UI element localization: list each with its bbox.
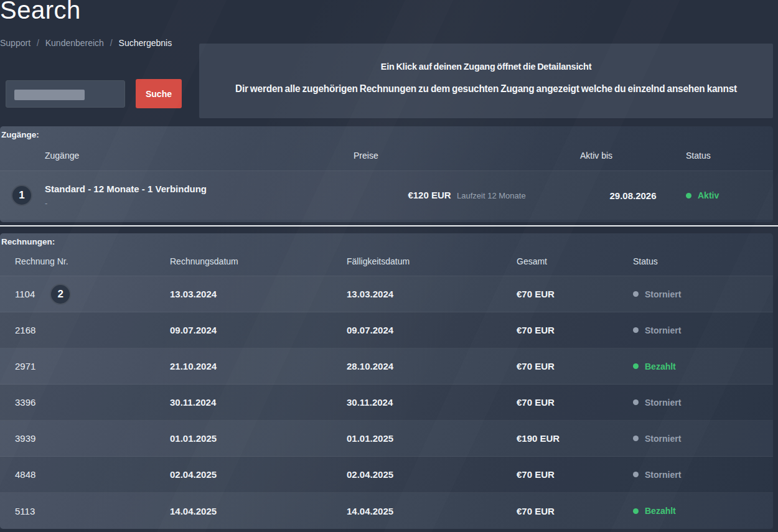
status-dot-icon	[633, 291, 639, 297]
invoice-date-cell: 21.10.2024	[170, 361, 347, 371]
invoices-table-header: Rechnung Nr. Rechnungsdatum Fälligkeitsd…	[0, 247, 773, 276]
invoice-due-date-cell: 28.10.2024	[347, 361, 517, 371]
invoices-col-invoice-date: Rechnungsdatum	[170, 256, 347, 266]
breadcrumb-item-current: Suchergebnis	[119, 38, 172, 48]
invoices-col-status: Status	[633, 256, 773, 266]
status-dot-icon	[633, 363, 639, 369]
access-active-until: 29.08.2026	[580, 190, 686, 201]
accesses-section-label: Zugänge:	[0, 126, 773, 140]
accesses-col-status: Status	[686, 151, 773, 161]
invoices-col-total: Gesamt	[517, 256, 633, 266]
invoice-number-cell: 3939	[15, 433, 170, 444]
invoice-number-cell: 5113	[15, 506, 170, 516]
invoice-date-cell: 13.03.2024	[170, 289, 347, 299]
invoice-date-cell: 30.11.2024	[170, 397, 347, 408]
breadcrumb-item-kundenbereich[interactable]: Kundenbereich	[45, 38, 104, 48]
invoice-total-cell: €70 EUR	[517, 289, 633, 299]
invoice-row[interactable]: 1104 2 13.03.2024 13.03.2024 €70 EUR Sto…	[0, 276, 773, 312]
access-price: €120 EUR	[408, 190, 451, 200]
step-marker-2: 2	[50, 284, 71, 305]
invoice-row[interactable]: 3939 01.01.2025 01.01.2025 €190 EUR Stor…	[0, 421, 773, 457]
invoices-table-body: 1104 2 13.03.2024 13.03.2024 €70 EUR Sto…	[0, 276, 773, 529]
search-button[interactable]: Suche	[136, 79, 182, 108]
breadcrumb-separator: /	[110, 38, 113, 48]
invoice-total-cell: €70 EUR	[517, 506, 633, 516]
access-price-note: Laufzeit 12 Monate	[457, 191, 526, 200]
info-banner-line1: Ein Klick auf deinen Zugang öffnet die D…	[210, 61, 761, 72]
accesses-col-active-until: Aktiv bis	[580, 151, 686, 161]
invoice-status-cell: Bezahlt	[633, 506, 773, 516]
status-dot-icon	[633, 436, 639, 441]
invoices-section-label: Rechnungen:	[0, 233, 773, 247]
invoices-col-number: Rechnung Nr.	[15, 256, 170, 266]
page-header: Search Support / Kundenbereich / Sucherg…	[0, 0, 778, 126]
invoice-row[interactable]: 3396 30.11.2024 30.11.2024 €70 EUR Storn…	[0, 385, 773, 421]
invoice-due-date-cell: 02.04.2025	[347, 469, 517, 480]
invoice-status-cell: Storniert	[633, 325, 773, 335]
invoice-status-cell: Storniert	[633, 434, 773, 444]
step-marker-1: 1	[11, 185, 32, 206]
info-banner-line2: Dir werden alle zugehörigen Rechnungen z…	[210, 83, 761, 95]
breadcrumb-separator: /	[37, 38, 39, 48]
status-dot-icon	[686, 193, 691, 198]
accesses-table-header: Zugänge Preise Aktiv bis Status	[0, 140, 773, 171]
search-input[interactable]	[6, 81, 124, 107]
accesses-col-price: Preise	[354, 151, 580, 161]
invoice-total-cell: €70 EUR	[517, 469, 633, 480]
accesses-col-name: Zugänge	[45, 151, 354, 161]
invoice-due-date-cell: 14.04.2025	[347, 506, 517, 516]
access-status: Aktiv	[686, 190, 773, 200]
invoices-panel: Rechnungen: Rechnung Nr. Rechnungsdatum …	[0, 233, 773, 529]
search-field-wrapper	[6, 80, 125, 108]
status-dot-icon	[633, 399, 639, 405]
breadcrumb: Support / Kundenbereich / Suchergebnis	[0, 38, 172, 48]
invoice-due-date-cell: 01.01.2025	[347, 433, 517, 444]
invoice-total-cell: €190 EUR	[517, 433, 633, 444]
invoice-date-cell: 01.01.2025	[170, 433, 347, 444]
invoice-total-cell: €70 EUR	[517, 325, 633, 335]
invoice-due-date-cell: 09.07.2024	[347, 325, 517, 335]
invoice-due-date-cell: 30.11.2024	[347, 397, 517, 408]
invoice-date-cell: 09.07.2024	[170, 325, 347, 335]
access-name: Standard - 12 Monate - 1 Verbindung	[45, 184, 354, 194]
access-price-cell: €120 EUR Laufzeit 12 Monate	[354, 190, 580, 201]
invoice-status-cell: Bezahlt	[633, 362, 773, 371]
invoice-total-cell: €70 EUR	[517, 361, 633, 371]
invoice-date-cell: 02.04.2025	[170, 469, 347, 480]
invoice-number-cell: 3396	[15, 397, 170, 408]
invoice-number-cell: 4848	[15, 469, 170, 480]
section-divider	[0, 225, 778, 226]
status-dot-icon	[633, 508, 639, 514]
invoice-row[interactable]: 2971 21.10.2024 28.10.2024 €70 EUR Bezah…	[0, 348, 773, 385]
invoice-row[interactable]: 2168 09.07.2024 09.07.2024 €70 EUR Storn…	[0, 312, 773, 348]
page-title: Search	[0, 0, 81, 24]
invoice-total-cell: €70 EUR	[517, 397, 633, 408]
invoice-number-cell: 2971	[15, 361, 170, 371]
accesses-panel: Zugänge: Zugänge Preise Aktiv bis Status…	[0, 126, 773, 222]
invoice-status-cell: Storniert	[633, 470, 773, 480]
access-subtitle: -	[45, 198, 354, 208]
invoice-number-cell: 2168	[15, 325, 170, 335]
invoices-col-due-date: Fälligkeitsdatum	[347, 256, 517, 266]
invoice-row[interactable]: 5113 14.04.2025 14.04.2025 €70 EUR Bezah…	[0, 493, 773, 529]
invoice-date-cell: 14.04.2025	[170, 506, 347, 516]
invoice-due-date-cell: 13.03.2024	[347, 289, 517, 299]
breadcrumb-item-support[interactable]: Support	[0, 38, 30, 48]
invoice-number-cell: 1104 2	[15, 284, 170, 305]
status-dot-icon	[633, 327, 639, 333]
invoice-status-cell: Storniert	[633, 289, 773, 299]
invoice-row[interactable]: 4848 02.04.2025 02.04.2025 €70 EUR Storn…	[0, 457, 773, 493]
status-dot-icon	[633, 472, 639, 477]
info-banner: Ein Klick auf deinen Zugang öffnet die D…	[199, 44, 773, 118]
access-row[interactable]: 1 Standard - 12 Monate - 1 Verbindung - …	[0, 171, 773, 220]
invoice-status-cell: Storniert	[633, 398, 773, 408]
